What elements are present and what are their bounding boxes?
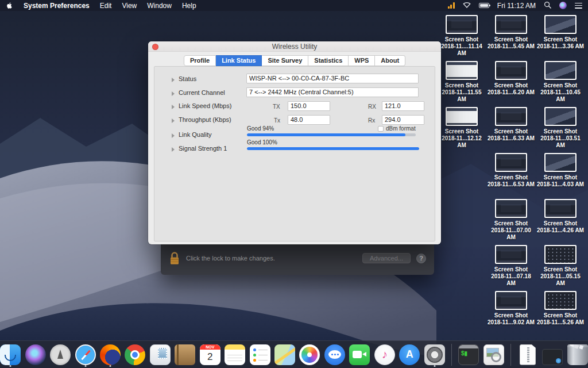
desktop-icon-label-line1: Screen Shot xyxy=(536,266,585,273)
signal-strength-progress-fill xyxy=(247,147,419,150)
dock-item-itunes[interactable] xyxy=(374,343,395,366)
dock-item-mail[interactable] xyxy=(150,343,171,366)
desktop-icon[interactable]: Screen Shot2018-11...6.53 AM xyxy=(486,153,536,188)
status-value-field[interactable]: WISP-NR <--> 00-C0-CA-87-3F-BC xyxy=(246,74,419,83)
dock-item-reminders[interactable] xyxy=(249,343,270,366)
dock-item-calendar[interactable]: NOV2 xyxy=(200,343,220,366)
desktop-icon-label-line2: 2018-11....11.14 AM xyxy=(437,43,486,57)
dock-item-launchpad[interactable] xyxy=(50,343,71,366)
dock-item-maps[interactable] xyxy=(274,343,295,366)
dock-item-firefox[interactable] xyxy=(100,343,121,366)
desktop-icon-label-line2: 2018-11...9.02 AM xyxy=(486,319,536,326)
desktop-icon[interactable]: Screen Shot2018-11...05.15 AM xyxy=(536,245,585,287)
menu-item-app[interactable]: System Preferences xyxy=(24,2,90,10)
desktop-icon-label-line1: Screen Shot xyxy=(486,174,536,181)
wifi-outline-icon[interactable] xyxy=(463,1,471,10)
desktop-icon[interactable]: Screen Shot2018-11...9.02 AM xyxy=(486,291,536,326)
screenshot-thumbnail xyxy=(446,61,478,80)
menu-item-window[interactable]: Window xyxy=(147,2,172,10)
dock-item-trash[interactable] xyxy=(567,343,588,366)
dock-item-facetime[interactable] xyxy=(349,343,370,366)
desktop-icon[interactable]: Screen Shot2018-11...3.36 AM xyxy=(536,15,585,50)
dock-item-zipdoc[interactable] xyxy=(517,343,538,366)
desktop-icon[interactable]: Screen Shot2018-11...6.33 AM xyxy=(486,107,536,142)
tab-site-survey[interactable]: Site Survey xyxy=(262,55,308,66)
screenshot-thumbnail xyxy=(544,245,577,264)
dock-item-safari[interactable] xyxy=(75,343,95,366)
throughput-tx-field[interactable]: 48.0 xyxy=(288,115,330,125)
tab-bar: ProfileLink StatusSite SurveyStatisticsW… xyxy=(148,55,441,66)
desktop-icon[interactable]: Screen Shot2018-11...07.00 AM xyxy=(486,199,536,241)
window-titlebar[interactable]: Wireless Utility xyxy=(148,41,441,52)
menu-item-help[interactable]: Help xyxy=(182,2,196,10)
dock-item-contacts[interactable] xyxy=(175,343,195,366)
dock-item-minimized[interactable] xyxy=(542,343,563,366)
dock-item-appstore[interactable] xyxy=(399,343,420,366)
dock-item-siri[interactable] xyxy=(25,343,45,366)
tab-link-status[interactable]: Link Status xyxy=(216,55,262,66)
system-preferences-window: Click the lock to make changes. Advanced… xyxy=(161,241,434,275)
notification-center-icon[interactable] xyxy=(575,3,582,9)
calendar-icon: NOV2 xyxy=(200,344,220,365)
desktop-icon[interactable]: Screen Shot2018-11...4.26 AM xyxy=(536,199,585,234)
menu-item-edit[interactable]: Edit xyxy=(100,2,112,10)
dock-item-photos[interactable] xyxy=(299,343,320,366)
desktop-icon[interactable]: Screen Shot2018-11...03.51 AM xyxy=(536,107,585,149)
advanced-button[interactable]: Advanced... xyxy=(362,253,411,263)
link-speed-tx-field[interactable]: 150.0 xyxy=(288,101,330,111)
desktop-icon[interactable]: Screen Shot2018-11...07.18 AM xyxy=(486,245,536,287)
menu-item-view[interactable]: View xyxy=(122,2,137,10)
disclosure-triangle-icon[interactable] xyxy=(172,91,175,96)
desktop-icon-label-line2: 2018-11...10.45 AM xyxy=(536,89,585,103)
dock-item-chrome[interactable] xyxy=(125,343,145,366)
desktop-icon[interactable]: Screen Shot2018-11...5.45 AM xyxy=(486,15,536,50)
tab-statistics[interactable]: Statistics xyxy=(308,55,349,66)
signal-bars-icon[interactable] xyxy=(448,2,455,9)
dock-item-previewer[interactable] xyxy=(483,343,504,366)
desktop-icon[interactable]: Screen Shot2018-11...4.03 AM xyxy=(536,153,585,188)
spotlight-search-icon[interactable] xyxy=(544,1,551,10)
siri-icon[interactable] xyxy=(559,2,567,9)
desktop-icon[interactable]: Screen Shot2018-11...10.45 AM xyxy=(536,61,585,103)
tab-wps[interactable]: WPS xyxy=(349,55,375,66)
desktop-icon-label-line2: 2018-11...4.03 AM xyxy=(536,181,585,188)
desktop-icon[interactable]: Screen Shot2018-11...6.20 AM xyxy=(486,61,536,96)
desktop-icon[interactable]: Screen Shot2018-11...5.26 AM xyxy=(536,291,585,326)
throughput-rx-field[interactable]: 294.0 xyxy=(382,115,424,125)
disclosure-triangle-icon[interactable] xyxy=(172,78,175,82)
disclosure-triangle-icon[interactable] xyxy=(172,147,175,152)
checkbox-box[interactable] xyxy=(378,126,384,132)
desktop-icon[interactable]: Screen Shot2018-11...11.55 AM xyxy=(437,61,486,103)
link-speed-rx-field[interactable]: 121.0 xyxy=(382,101,424,111)
apple-logo-icon[interactable] xyxy=(6,1,13,10)
screenshot-thumbnail xyxy=(495,245,527,264)
link-speed-rx-label: RX xyxy=(368,103,376,110)
tab-about[interactable]: About xyxy=(375,55,405,66)
dock-item-finder[interactable] xyxy=(0,343,21,366)
throughput-label: Throughput (Kbps) xyxy=(179,116,231,123)
desktop-icon[interactable]: Screen Shot2018-11...12.12 AM xyxy=(437,107,486,149)
dock-item-sysprefs[interactable] xyxy=(424,343,444,366)
battery-icon[interactable] xyxy=(479,3,489,8)
disclosure-triangle-icon[interactable] xyxy=(172,133,175,138)
disclosure-triangle-icon[interactable] xyxy=(172,118,175,123)
dock-item-notes[interactable] xyxy=(225,343,245,366)
tab-profile[interactable]: Profile xyxy=(184,55,216,66)
menu-bar-clock[interactable]: Fri 11:12 AM xyxy=(497,2,536,10)
desktop-icon[interactable]: Screen Shot2018-11....11.14 AM xyxy=(437,15,486,57)
dock-item-messages[interactable] xyxy=(324,343,345,366)
lock-icon[interactable] xyxy=(169,251,180,265)
close-button[interactable] xyxy=(152,44,158,50)
link-quality-progress-fill xyxy=(247,133,405,136)
disclosure-triangle-icon[interactable] xyxy=(172,105,175,109)
desktop-icon-label-line1: Screen Shot xyxy=(536,82,585,89)
dock-item-terminal[interactable] xyxy=(458,343,479,366)
dbm-format-checkbox[interactable]: dBm format xyxy=(378,125,416,132)
link-quality-progress-bar xyxy=(247,133,416,136)
contacts-icon xyxy=(175,344,195,365)
link-speed-label: Link Speed (Mbps) xyxy=(179,102,231,109)
thumbnail-image xyxy=(447,108,477,125)
help-button[interactable]: ? xyxy=(416,254,426,263)
current-channel-field[interactable]: 7 <--> 2442 MHz (Central Channel:5) xyxy=(246,87,419,97)
thumbnail-image xyxy=(447,62,477,79)
